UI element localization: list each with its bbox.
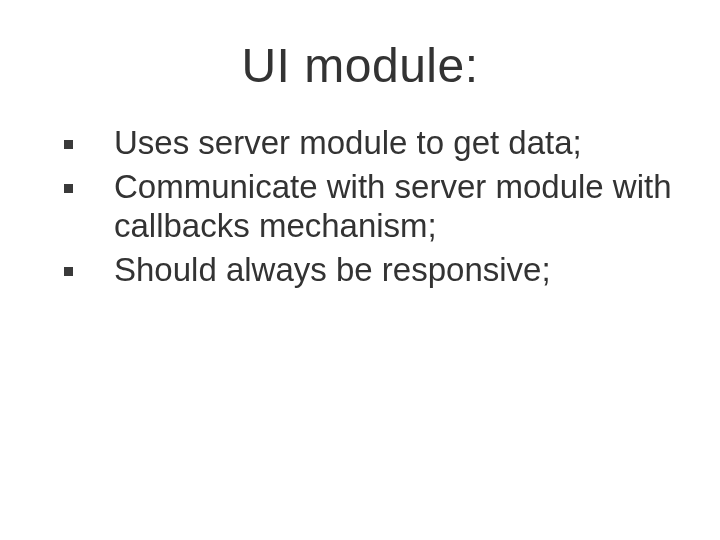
list-item: Should always be responsive;	[58, 250, 672, 290]
list-item: Uses server module to get data;	[58, 123, 672, 163]
slide: UI module: Uses server module to get dat…	[0, 0, 720, 540]
bullet-list: Uses server module to get data; Communic…	[48, 123, 672, 289]
list-item: Communicate with server module with call…	[58, 167, 672, 246]
slide-title: UI module:	[48, 38, 672, 93]
